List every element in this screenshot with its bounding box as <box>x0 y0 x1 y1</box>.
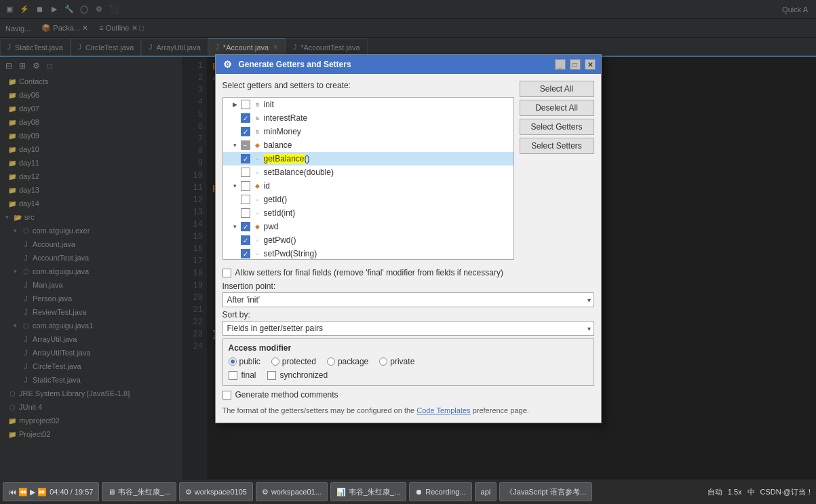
generate-comments-check[interactable] <box>222 391 231 400</box>
setPwd-label: setPwd(String) <box>264 249 317 258</box>
getPwd-method-icon: ◦ <box>253 235 263 245</box>
generate-comments-label: Generate method comments <box>235 390 338 400</box>
radio-private-label: private <box>390 357 414 366</box>
radio-protected-label: protected <box>282 357 316 366</box>
getPwd-check[interactable]: ✓ <box>241 235 250 245</box>
select-getters-button[interactable]: Select Getters <box>520 119 594 135</box>
taskbar-item-1[interactable]: 🖥 韦谷_朱红康_... <box>102 482 176 501</box>
dialog-maximize-btn[interactable]: □ <box>570 59 581 70</box>
access-modifier-section: Access modifier public protected package <box>222 338 594 386</box>
select-setters-button[interactable]: Select Setters <box>520 138 594 154</box>
insertion-select[interactable]: After 'init' ▾ <box>222 292 594 307</box>
taskbar-item-3-icon: ⚙ <box>262 488 269 497</box>
getId-check[interactable] <box>241 195 250 204</box>
init-check[interactable] <box>241 100 250 109</box>
radio-protected[interactable]: protected <box>271 357 316 366</box>
deselect-all-button[interactable]: Deselect All <box>520 100 594 116</box>
allow-setters-row: Allow setters for final fields (remove '… <box>222 267 594 279</box>
radio-private-btn[interactable] <box>379 357 387 366</box>
getId-label: getId() <box>264 195 288 204</box>
setBalance-check[interactable] <box>241 168 250 177</box>
radio-public[interactable]: public <box>229 357 260 366</box>
dialog-tree[interactable]: ▶ s init ▶ ✓ s interestRate <box>222 97 514 260</box>
taskbar-item-7[interactable]: 《JavaScript 语言参考... <box>499 482 592 501</box>
taskbar-item-5[interactable]: ⏺ Recording... <box>409 482 471 501</box>
setPwd-method-icon: ◦ <box>253 249 263 258</box>
dialog-titlebar: ⚙ Generate Getters and Setters _ □ ✕ <box>216 55 601 74</box>
dialog-note: The format of the getters/setters may be… <box>222 404 594 417</box>
dtree-item-getBalance[interactable]: ✓ ◦ getBalance() <box>223 152 513 166</box>
insertion-value: After 'init' <box>227 295 260 305</box>
minMoney-label: minMoney <box>264 127 301 136</box>
taskbar-item-6[interactable]: api <box>475 482 497 501</box>
getBalance-check[interactable]: ✓ <box>241 154 250 163</box>
dtree-item-pwd[interactable]: ▾ ✓ ◆ pwd <box>223 220 513 233</box>
setId-check[interactable] <box>241 208 250 218</box>
sort-select[interactable]: Fields in getter/setter pairs ▾ <box>222 321 594 336</box>
dialog-title: Generate Getters and Setters <box>239 60 551 69</box>
dtree-item-setBalance[interactable]: ◦ setBalance(double) <box>223 166 513 179</box>
taskbar-item-4[interactable]: 📊 韦谷_朱红康_... <box>330 482 406 501</box>
setPwd-check[interactable]: ✓ <box>241 249 250 258</box>
taskbar-right-label: CSDN·@订当！ <box>760 487 813 497</box>
dialog-gear-icon: ⚙ <box>221 58 235 71</box>
dialog-subtitle: Select getters and setters to create: <box>222 81 514 90</box>
radio-package-label: package <box>338 357 368 366</box>
id-arrow: ▾ <box>231 182 239 190</box>
dialog-close-btn[interactable]: ✕ <box>585 59 596 70</box>
dtree-item-setId[interactable]: ◦ setId(int) <box>223 206 513 220</box>
pwd-check[interactable]: ✓ <box>241 222 250 231</box>
dtree-item-setPwd[interactable]: ✓ ◦ setPwd(String) <box>223 247 513 260</box>
radio-package-btn[interactable] <box>327 357 335 366</box>
id-label: id <box>264 181 270 191</box>
minMoney-check[interactable]: ✓ <box>241 127 250 136</box>
dialog-body: Select getters and setters to create: ▶ … <box>216 74 601 267</box>
final-check[interactable] <box>229 371 237 380</box>
id-field-icon: ◆ <box>253 181 263 191</box>
synchronized-check[interactable] <box>267 371 276 380</box>
dialog-code-templates-link[interactable]: Code Templates <box>416 406 470 414</box>
taskbar-item-3[interactable]: ⚙ workspace01... <box>256 482 328 501</box>
access-modifier-title: Access modifier <box>229 343 588 353</box>
taskbar-item-4-label: 韦谷_朱红康_... <box>349 487 400 497</box>
pwd-arrow: ▾ <box>231 222 239 231</box>
final-label: final <box>241 370 256 380</box>
taskbar-item-1-label: 韦谷_朱红康_... <box>118 487 170 497</box>
taskbar-item-2[interactable]: ⚙ workspace0105 <box>179 482 253 501</box>
getBalance-method-icon: ◦ <box>253 154 263 163</box>
status-auto: 自动 <box>707 487 722 497</box>
id-check[interactable] <box>241 181 250 191</box>
radio-protected-btn[interactable] <box>271 357 279 366</box>
zoom-level: 1.5x <box>728 488 742 496</box>
setBalance-label: setBalance(double) <box>264 168 334 177</box>
dtree-item-getId[interactable]: ◦ getId() <box>223 193 513 206</box>
radio-public-btn[interactable] <box>229 357 237 366</box>
sort-row: Sort by: Fields in getter/setter pairs ▾ <box>222 310 594 336</box>
dtree-item-getPwd[interactable]: ✓ ◦ getPwd() <box>223 233 513 247</box>
dtree-item-balance[interactable]: ▾ − ◆ balance <box>223 138 513 152</box>
dtree-item-interestRate[interactable]: ▶ ✓ s interestRate <box>223 111 513 125</box>
insertion-row: Insertion point: After 'init' ▾ <box>222 282 594 307</box>
interestRate-label: interestRate <box>264 113 308 123</box>
lang-indicator: 中 <box>747 487 755 497</box>
radio-private[interactable]: private <box>379 357 414 366</box>
balance-check[interactable]: − <box>241 140 250 150</box>
balance-field-icon: ◆ <box>253 140 263 150</box>
dtree-item-init[interactable]: ▶ s init <box>223 98 513 111</box>
select-all-button[interactable]: Select All <box>520 81 594 97</box>
allow-setters-check[interactable] <box>222 269 231 277</box>
taskbar-item-7-label: 《JavaScript 语言参考... <box>505 487 586 497</box>
radio-package[interactable]: package <box>327 357 368 366</box>
dtree-item-minMoney[interactable]: ▶ ✓ s minMoney <box>223 125 513 138</box>
init-label: init <box>264 100 274 109</box>
play-icon: ⏮ ⏪ ▶ ⏩ <box>9 488 47 497</box>
pwd-label: pwd <box>264 222 279 231</box>
dtree-item-id[interactable]: ▾ ◆ id <box>223 179 513 193</box>
taskbar-media-controls[interactable]: ⏮ ⏪ ▶ ⏩ 04:40 / 19:57 <box>3 482 99 501</box>
dialog-minimize-btn[interactable]: _ <box>555 59 566 70</box>
sort-value: Fields in getter/setter pairs <box>227 324 323 333</box>
taskbar-item-5-icon: ⏺ <box>415 488 423 496</box>
interestRate-check[interactable]: ✓ <box>241 113 250 123</box>
taskbar-item-1-icon: 🖥 <box>108 488 115 496</box>
taskbar-item-2-icon: ⚙ <box>185 488 192 497</box>
